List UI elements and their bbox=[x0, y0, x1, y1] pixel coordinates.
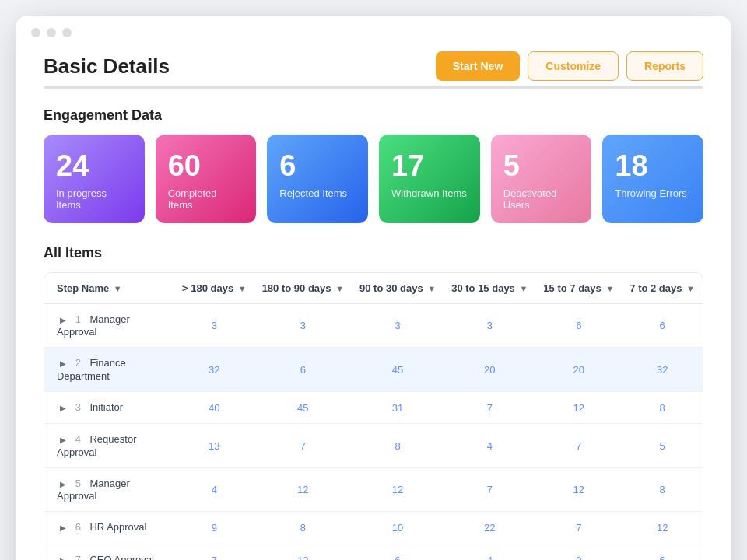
cell-6-gt180[interactable]: 9 bbox=[174, 512, 254, 544]
cell-7-30to15[interactable]: 4 bbox=[444, 544, 535, 560]
expand-btn-2[interactable]: ▶ bbox=[57, 358, 69, 370]
card-label-inprogress: In progress Items bbox=[56, 187, 132, 211]
cell-2-7to2[interactable]: 32 bbox=[622, 348, 703, 392]
row-num-2: 2 bbox=[75, 357, 81, 369]
col-header-180to90[interactable]: 180 to 90 days ▼ bbox=[254, 273, 352, 304]
card-label-completed: Completed Items bbox=[168, 187, 244, 211]
cell-1-90to30[interactable]: 3 bbox=[352, 303, 444, 348]
col-header-30to15[interactable]: 30 to 15 days ▼ bbox=[444, 273, 535, 304]
row-2-name: ▶ 2 Finance Department bbox=[44, 348, 174, 392]
cell-4-gt180[interactable]: 13 bbox=[174, 424, 254, 468]
cell-2-180to90[interactable]: 6 bbox=[254, 348, 352, 392]
cell-3-180to90[interactable]: 45 bbox=[254, 391, 352, 424]
cell-5-gt180[interactable]: 4 bbox=[174, 467, 254, 512]
expand-btn-6[interactable]: ▶ bbox=[57, 522, 69, 534]
col-header-90to30[interactable]: 90 to 30 days ▼ bbox=[352, 273, 444, 304]
customize-button[interactable]: Customize bbox=[528, 51, 619, 81]
card-label-rejected: Rejected Items bbox=[279, 187, 356, 199]
cell-1-7to2[interactable]: 6 bbox=[622, 303, 703, 348]
cell-1-15to7[interactable]: 6 bbox=[535, 303, 622, 348]
expand-btn-5[interactable]: ▶ bbox=[57, 478, 69, 490]
sort-arrow-90to30: ▼ bbox=[427, 284, 436, 293]
cell-7-7to2[interactable]: 6 bbox=[622, 544, 703, 560]
title-bar bbox=[16, 16, 731, 44]
cell-4-30to15[interactable]: 4 bbox=[444, 424, 535, 468]
cell-5-180to90[interactable]: 12 bbox=[254, 467, 352, 512]
cell-1-gt180[interactable]: 3 bbox=[174, 303, 254, 348]
col-header-gt180[interactable]: > 180 days ▼ bbox=[174, 273, 254, 304]
card-withdrawn[interactable]: 17 Withdrawn Items bbox=[379, 135, 480, 223]
cell-6-180to90[interactable]: 8 bbox=[254, 512, 352, 544]
sort-arrow-7to2: ▼ bbox=[686, 284, 695, 293]
engagement-cards-row: 24 In progress Items 60 Completed Items … bbox=[44, 135, 703, 223]
progress-bar-container bbox=[44, 86, 703, 89]
col-header-15to7[interactable]: 15 to 7 days ▼ bbox=[535, 273, 622, 304]
cell-5-7to2[interactable]: 8 bbox=[622, 467, 703, 512]
card-inprogress[interactable]: 24 In progress Items bbox=[44, 135, 145, 223]
cell-3-gt180[interactable]: 40 bbox=[174, 391, 254, 424]
card-number-inprogress: 24 bbox=[56, 150, 132, 183]
table-row: ▶ 3 Initiator 4045317128 bbox=[44, 391, 703, 424]
row-3-name: ▶ 3 Initiator bbox=[44, 391, 174, 424]
all-items-table: Step Name ▼> 180 days ▼180 to 90 days ▼9… bbox=[44, 273, 703, 560]
expand-btn-3[interactable]: ▶ bbox=[57, 401, 69, 414]
all-items-title: All Items bbox=[44, 245, 703, 261]
cell-1-30to15[interactable]: 3 bbox=[444, 303, 535, 348]
cell-5-15to7[interactable]: 12 bbox=[535, 467, 622, 512]
cell-2-30to15[interactable]: 20 bbox=[444, 348, 535, 392]
cell-5-90to30[interactable]: 12 bbox=[352, 467, 444, 512]
cell-5-30to15[interactable]: 7 bbox=[444, 467, 535, 512]
progress-bar bbox=[44, 86, 703, 89]
cell-3-7to2[interactable]: 8 bbox=[622, 391, 703, 424]
card-number-withdrawn: 17 bbox=[391, 150, 468, 183]
cell-2-gt180[interactable]: 32 bbox=[174, 348, 254, 392]
start-new-button[interactable]: Start New bbox=[436, 51, 521, 81]
cell-2-15to7[interactable]: 20 bbox=[535, 348, 622, 392]
card-label-errors: Throwing Errors bbox=[615, 187, 691, 199]
cell-2-90to30[interactable]: 45 bbox=[352, 348, 444, 392]
cell-7-15to7[interactable]: 9 bbox=[535, 544, 622, 560]
row-num-7: 7 bbox=[75, 554, 81, 560]
row-num-6: 6 bbox=[75, 521, 81, 533]
cell-1-180to90[interactable]: 3 bbox=[254, 303, 352, 348]
cell-4-15to7[interactable]: 7 bbox=[535, 424, 622, 468]
card-completed[interactable]: 60 Completed Items bbox=[156, 135, 257, 223]
sort-arrow-180to90: ▼ bbox=[335, 284, 344, 293]
window-dot-1 bbox=[31, 28, 40, 37]
cell-4-180to90[interactable]: 7 bbox=[254, 424, 352, 468]
cell-3-30to15[interactable]: 7 bbox=[444, 391, 535, 424]
table-row: ▶ 7 CEO Approval 7126496 bbox=[44, 544, 703, 560]
row-7-name: ▶ 7 CEO Approval bbox=[44, 544, 174, 560]
window-dot-3 bbox=[62, 28, 72, 37]
card-rejected[interactable]: 6 Rejected Items bbox=[267, 135, 368, 223]
card-label-withdrawn: Withdrawn Items bbox=[391, 187, 468, 199]
cell-6-90to30[interactable]: 10 bbox=[352, 512, 444, 544]
expand-btn-1[interactable]: ▶ bbox=[57, 313, 69, 326]
sort-arrow-15to7: ▼ bbox=[605, 284, 614, 293]
engagement-data-title: Engagement Data bbox=[44, 107, 703, 124]
reports-button[interactable]: Reports bbox=[626, 51, 703, 81]
cell-3-15to7[interactable]: 12 bbox=[535, 391, 622, 424]
cell-3-90to30[interactable]: 31 bbox=[352, 391, 444, 424]
table-row: ▶ 6 HR Approval 981022712 bbox=[44, 512, 703, 544]
expand-btn-7[interactable]: ▶ bbox=[57, 554, 69, 560]
cell-4-7to2[interactable]: 5 bbox=[622, 424, 703, 468]
sort-arrow-step-name: ▼ bbox=[114, 284, 122, 293]
cell-6-15to7[interactable]: 7 bbox=[535, 512, 622, 544]
col-header-7to2[interactable]: 7 to 2 days ▼ bbox=[622, 273, 703, 304]
col-header-step-name[interactable]: Step Name ▼ bbox=[44, 273, 174, 304]
cell-7-180to90[interactable]: 12 bbox=[254, 544, 352, 560]
table-row: ▶ 5 Manager Approval 412127128 bbox=[44, 467, 703, 512]
card-errors[interactable]: 18 Throwing Errors bbox=[602, 135, 703, 223]
header-buttons: Start New Customize Reports bbox=[436, 51, 703, 81]
page-title: Basic Details bbox=[44, 54, 170, 79]
cell-7-90to30[interactable]: 6 bbox=[352, 544, 444, 560]
expand-btn-4[interactable]: ▶ bbox=[57, 434, 69, 446]
window-dot-2 bbox=[47, 28, 56, 37]
cell-6-7to2[interactable]: 12 bbox=[622, 512, 703, 544]
cell-6-30to15[interactable]: 22 bbox=[444, 512, 535, 544]
sort-arrow-30to15: ▼ bbox=[519, 284, 528, 293]
cell-4-90to30[interactable]: 8 bbox=[352, 424, 444, 468]
card-deactivated[interactable]: 5 Deactivated Users bbox=[491, 135, 592, 223]
cell-7-gt180[interactable]: 7 bbox=[174, 544, 254, 560]
